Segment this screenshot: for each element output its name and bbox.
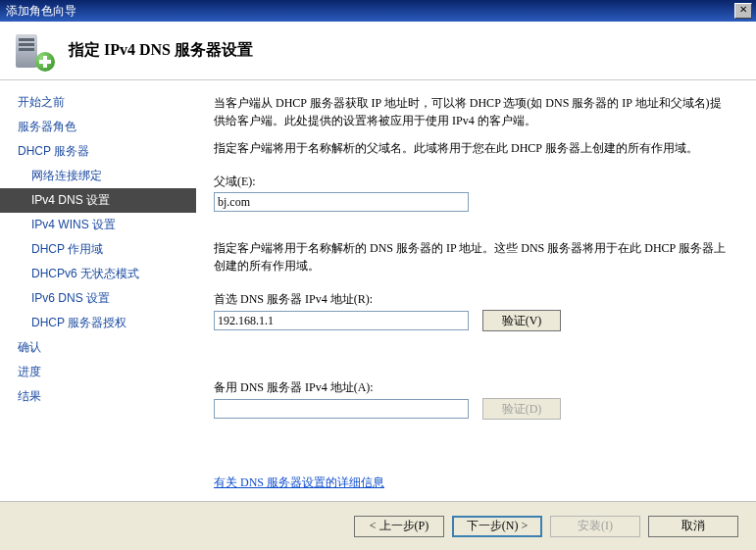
parent-domain-label: 父域(E): — [214, 173, 731, 190]
page-title: 指定 IPv4 DNS 服务器设置 — [69, 40, 253, 61]
sidebar-item-ipv6-dns[interactable]: IPv6 DNS 设置 — [0, 286, 196, 311]
description-1: 当客户端从 DHCP 服务器获取 IP 地址时，可以将 DHCP 选项(如 DN… — [214, 94, 731, 129]
cancel-button[interactable]: 取消 — [648, 516, 738, 537]
sidebar-item-dhcpv6-stateless[interactable]: DHCPv6 无状态模式 — [0, 262, 196, 286]
install-button: 安装(I) — [550, 516, 640, 537]
wizard-window: 添加角色向导 ✕ 指定 IPv4 DNS 服务器设置 开始之前 服务器角色 DH… — [0, 0, 756, 550]
titlebar: 添加角色向导 ✕ — [0, 0, 756, 22]
parent-domain-input[interactable] — [214, 192, 469, 212]
wizard-sidebar: 开始之前 服务器角色 DHCP 服务器 网络连接绑定 IPv4 DNS 设置 I… — [0, 80, 196, 501]
preferred-dns-row: 验证(V) — [214, 310, 731, 331]
alternate-dns-input[interactable] — [214, 399, 469, 419]
alternate-dns-label: 备用 DNS 服务器 IPv4 地址(A): — [214, 378, 731, 396]
window-title: 添加角色向导 — [4, 3, 732, 20]
help-link[interactable]: 有关 DNS 服务器设置的详细信息 — [214, 474, 731, 491]
wizard-body: 开始之前 服务器角色 DHCP 服务器 网络连接绑定 IPv4 DNS 设置 I… — [0, 80, 756, 501]
wizard-content: 当客户端从 DHCP 服务器获取 IP 地址时，可以将 DHCP 选项(如 DN… — [196, 80, 756, 501]
description-3: 指定客户端将用于名称解析的 DNS 服务器的 IP 地址。这些 DNS 服务器将… — [214, 239, 731, 275]
sidebar-item-network-bindings[interactable]: 网络连接绑定 — [0, 164, 196, 188]
close-button[interactable]: ✕ — [734, 3, 752, 19]
preferred-dns-label: 首选 DNS 服务器 IPv4 地址(R): — [214, 290, 731, 308]
validate-preferred-button[interactable]: 验证(V) — [482, 310, 561, 331]
sidebar-item-before-you-begin[interactable]: 开始之前 — [0, 90, 196, 115]
alternate-dns-row: 验证(D) — [214, 398, 731, 420]
sidebar-item-dhcp-server[interactable]: DHCP 服务器 — [0, 139, 196, 164]
preferred-dns-input[interactable] — [214, 311, 469, 330]
previous-button[interactable]: < 上一步(P) — [354, 516, 444, 537]
description-2: 指定客户端将用于名称解析的父域名。此域将用于您在此 DHCP 服务器上创建的所有… — [214, 139, 731, 157]
sidebar-item-progress[interactable]: 进度 — [0, 360, 196, 384]
wizard-header: 指定 IPv4 DNS 服务器设置 — [0, 22, 756, 80]
sidebar-item-dhcp-authorization[interactable]: DHCP 服务器授权 — [0, 311, 196, 335]
sidebar-item-confirmation[interactable]: 确认 — [0, 335, 196, 360]
sidebar-item-server-roles[interactable]: 服务器角色 — [0, 115, 196, 139]
server-role-icon — [14, 30, 55, 72]
sidebar-item-ipv4-dns[interactable]: IPv4 DNS 设置 — [0, 188, 196, 213]
next-button[interactable]: 下一步(N) > — [452, 516, 542, 537]
validate-alternate-button: 验证(D) — [482, 398, 561, 420]
sidebar-item-results[interactable]: 结果 — [0, 384, 196, 409]
wizard-footer: < 上一步(P) 下一步(N) > 安装(I) 取消 — [0, 501, 756, 550]
sidebar-item-dhcp-scopes[interactable]: DHCP 作用域 — [0, 237, 196, 262]
sidebar-item-ipv4-wins[interactable]: IPv4 WINS 设置 — [0, 213, 196, 237]
